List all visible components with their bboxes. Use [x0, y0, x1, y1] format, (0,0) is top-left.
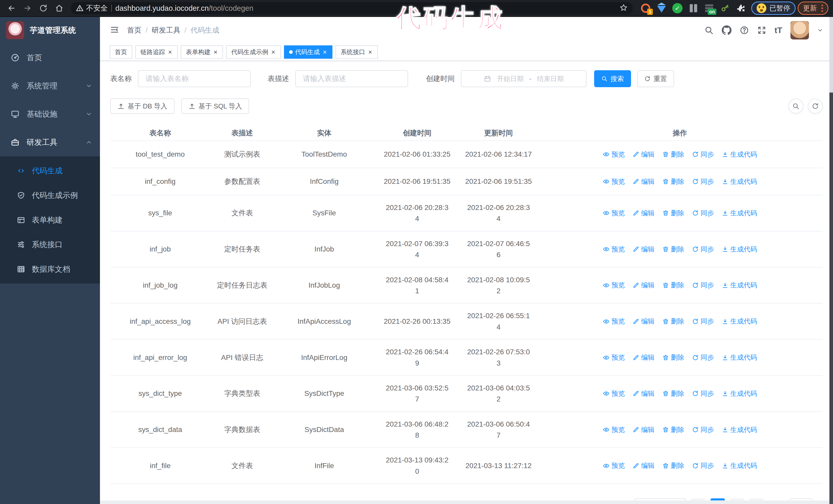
- close-tab-icon[interactable]: ×: [271, 49, 276, 55]
- edit-link[interactable]: 编辑: [633, 461, 654, 470]
- browser-forward-button[interactable]: [21, 1, 34, 15]
- sidebar-item-home[interactable]: 首页: [0, 44, 100, 72]
- extension-icon[interactable]: [657, 3, 667, 13]
- generate-code-link[interactable]: 生成代码: [722, 245, 757, 254]
- preview-link[interactable]: 预览: [603, 317, 625, 326]
- tab[interactable]: 首页: [110, 45, 132, 59]
- close-tab-icon[interactable]: ×: [213, 49, 218, 55]
- collapse-sidebar-button[interactable]: [110, 25, 119, 35]
- table-row[interactable]: inf_file 文件表 InfFile 2021-03-13 09:43:2 …: [110, 448, 823, 484]
- close-tab-icon[interactable]: ×: [368, 49, 373, 55]
- tab[interactable]: 代码生成示例×: [226, 45, 281, 59]
- help-doc-button[interactable]: [740, 26, 749, 35]
- edit-link[interactable]: 编辑: [633, 353, 654, 362]
- browser-reload-button[interactable]: [37, 1, 50, 15]
- generate-code-link[interactable]: 生成代码: [722, 353, 757, 362]
- delete-link[interactable]: 删除: [662, 281, 684, 290]
- generate-code-link[interactable]: 生成代码: [722, 177, 757, 186]
- user-avatar[interactable]: [790, 21, 809, 40]
- profile-sync-chip[interactable]: 已暂停: [751, 2, 795, 15]
- close-tab-icon[interactable]: ×: [323, 49, 327, 55]
- search-button[interactable]: 搜索: [594, 70, 631, 87]
- edit-link[interactable]: 编辑: [633, 177, 654, 186]
- vertical-scrollbar[interactable]: [829, 17, 833, 504]
- reset-button[interactable]: 重置: [637, 70, 674, 87]
- sidebar-item-system-management[interactable]: 系统管理: [0, 72, 100, 100]
- breadcrumb-home[interactable]: 首页: [127, 25, 142, 35]
- preview-link[interactable]: 预览: [603, 150, 625, 159]
- table-row[interactable]: inf_job_log 定时任务日志表 InfJobLog 2021-02-08…: [110, 268, 823, 304]
- extension-icon[interactable]: ✓: [672, 3, 683, 13]
- tab[interactable]: 表单构建×: [181, 45, 223, 59]
- sync-link[interactable]: 同步: [692, 389, 714, 398]
- preview-link[interactable]: 预览: [603, 281, 625, 290]
- preview-link[interactable]: 预览: [603, 461, 625, 470]
- extension-icon[interactable]: on: [704, 3, 714, 13]
- refresh-table-button[interactable]: [808, 99, 823, 114]
- site-security-chip[interactable]: 不安全: [76, 3, 108, 13]
- edit-link[interactable]: 编辑: [633, 209, 654, 218]
- table-row[interactable]: sys_dict_data 字典数据表 SysDictData 2021-03-…: [110, 412, 823, 448]
- extension-icon[interactable]: [720, 3, 730, 13]
- delete-link[interactable]: 删除: [662, 353, 684, 362]
- extension-icon[interactable]: [688, 3, 698, 13]
- edit-link[interactable]: 编辑: [633, 245, 654, 254]
- sync-link[interactable]: 同步: [692, 177, 714, 186]
- bookmark-star-icon[interactable]: [619, 4, 628, 13]
- preview-link[interactable]: 预览: [603, 389, 625, 398]
- tab[interactable]: 链路追踪×: [135, 45, 177, 59]
- generate-code-link[interactable]: 生成代码: [722, 150, 757, 159]
- delete-link[interactable]: 删除: [662, 150, 684, 159]
- import-db-button[interactable]: 基于 DB 导入: [110, 98, 174, 114]
- table-desc-input[interactable]: [295, 70, 408, 87]
- edit-link[interactable]: 编辑: [633, 389, 654, 398]
- extensions-menu-button[interactable]: [736, 3, 746, 13]
- generate-code-link[interactable]: 生成代码: [722, 425, 757, 434]
- browser-update-button[interactable]: 更新: [798, 2, 828, 15]
- generate-code-link[interactable]: 生成代码: [722, 317, 757, 326]
- delete-link[interactable]: 删除: [662, 245, 684, 254]
- caret-down-icon[interactable]: [817, 27, 823, 33]
- preview-link[interactable]: 预览: [603, 353, 625, 362]
- import-sql-button[interactable]: 基于 SQL 导入: [181, 98, 249, 114]
- toggle-search-button[interactable]: [788, 99, 803, 114]
- preview-link[interactable]: 预览: [603, 245, 625, 254]
- app-logo-row[interactable]: 芋道管理系统: [0, 17, 100, 44]
- delete-link[interactable]: 删除: [662, 425, 684, 434]
- delete-link[interactable]: 删除: [662, 177, 684, 186]
- sidebar-item-form-builder[interactable]: 表单构建: [0, 208, 100, 232]
- table-name-input[interactable]: [138, 70, 251, 87]
- table-row[interactable]: inf_api_error_log API 错误日志 InfApiErrorLo…: [110, 340, 823, 376]
- sync-link[interactable]: 同步: [692, 150, 714, 159]
- fullscreen-button[interactable]: [757, 26, 766, 35]
- font-size-button[interactable]: tT: [775, 26, 782, 35]
- edit-link[interactable]: 编辑: [633, 150, 654, 159]
- horizontal-scrollbar[interactable]: [100, 500, 829, 504]
- generate-code-link[interactable]: 生成代码: [722, 281, 757, 290]
- sync-link[interactable]: 同步: [692, 353, 714, 362]
- browser-menu-icon[interactable]: [822, 5, 823, 12]
- sidebar-item-dev-tools[interactable]: 研发工具: [0, 128, 100, 157]
- breadcrumb-dev-tools[interactable]: 研发工具: [152, 25, 181, 35]
- sync-link[interactable]: 同步: [692, 317, 714, 326]
- sidebar-item-infrastructure[interactable]: 基础设施: [0, 100, 100, 128]
- date-range-picker[interactable]: 开始日期 - 结束日期: [461, 70, 587, 87]
- table-row[interactable]: inf_api_access_log API 访问日志表 InfApiAcces…: [110, 304, 823, 340]
- sidebar-item-database-doc[interactable]: 数据库文档: [0, 257, 100, 282]
- sync-link[interactable]: 同步: [692, 281, 714, 290]
- generate-code-link[interactable]: 生成代码: [722, 461, 757, 470]
- sidebar-item-code-generation[interactable]: 代码生成: [0, 159, 100, 183]
- preview-link[interactable]: 预览: [603, 177, 625, 186]
- generate-code-link[interactable]: 生成代码: [722, 389, 757, 398]
- generate-code-link[interactable]: 生成代码: [722, 209, 757, 218]
- scrollbar-thumb[interactable]: [829, 17, 833, 93]
- browser-back-button[interactable]: [5, 1, 19, 15]
- delete-link[interactable]: 删除: [662, 209, 684, 218]
- edit-link[interactable]: 编辑: [633, 425, 654, 434]
- address-bar[interactable]: 不安全 dashboard.yudao.iocoder.cn/tool/code…: [71, 2, 633, 14]
- table-row[interactable]: sys_file 文件表 SysFile 2021-02-06 20:28:3 …: [110, 195, 823, 232]
- preview-link[interactable]: 预览: [603, 425, 625, 434]
- tab[interactable]: 系统接口×: [335, 45, 378, 59]
- table-row[interactable]: inf_job 定时任务表 InfJob 2021-02-07 06:39:3 …: [110, 232, 823, 268]
- sync-link[interactable]: 同步: [692, 209, 714, 218]
